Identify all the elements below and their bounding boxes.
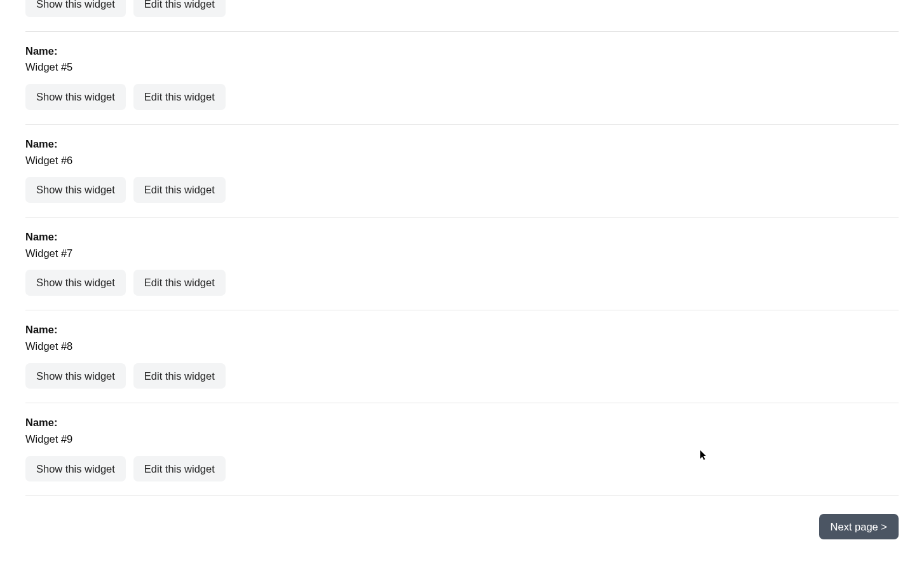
show-widget-button[interactable]: Show this widget bbox=[25, 0, 126, 17]
widget-item: Name: Show this widget Edit this widget bbox=[25, 0, 899, 32]
widget-item: Name: Widget #7 Show this widget Edit th… bbox=[25, 218, 899, 310]
widget-item: Name: Widget #5 Show this widget Edit th… bbox=[25, 32, 899, 125]
name-value: Widget #5 bbox=[25, 59, 899, 75]
edit-widget-button[interactable]: Edit this widget bbox=[133, 363, 226, 389]
show-widget-button[interactable]: Show this widget bbox=[25, 84, 126, 110]
edit-widget-button[interactable]: Edit this widget bbox=[133, 84, 226, 110]
name-label: Name: bbox=[25, 229, 899, 245]
widget-actions: Show this widget Edit this widget bbox=[25, 270, 899, 296]
widget-list-container: Name: Show this widget Edit this widget … bbox=[0, 0, 924, 561]
edit-widget-button[interactable]: Edit this widget bbox=[133, 456, 226, 482]
pagination: Next page > bbox=[25, 496, 899, 546]
name-label: Name: bbox=[25, 415, 899, 431]
edit-widget-button[interactable]: Edit this widget bbox=[133, 177, 226, 203]
name-value: Widget #8 bbox=[25, 338, 899, 354]
show-widget-button[interactable]: Show this widget bbox=[25, 363, 126, 389]
show-widget-button[interactable]: Show this widget bbox=[25, 270, 126, 296]
show-widget-button[interactable]: Show this widget bbox=[25, 456, 126, 482]
widget-item: Name: Widget #6 Show this widget Edit th… bbox=[25, 125, 899, 218]
show-widget-button[interactable]: Show this widget bbox=[25, 177, 126, 203]
name-value: Widget #6 bbox=[25, 153, 899, 169]
widget-actions: Show this widget Edit this widget bbox=[25, 456, 899, 482]
edit-widget-button[interactable]: Edit this widget bbox=[133, 270, 226, 296]
name-value: Widget #9 bbox=[25, 431, 899, 447]
next-page-button[interactable]: Next page > bbox=[819, 514, 899, 539]
widget-item: Name: Widget #8 Show this widget Edit th… bbox=[25, 310, 899, 403]
widget-item: Name: Widget #9 Show this widget Edit th… bbox=[25, 403, 899, 496]
widget-actions: Show this widget Edit this widget bbox=[25, 363, 899, 389]
widget-actions: Show this widget Edit this widget bbox=[25, 0, 899, 17]
name-label: Name: bbox=[25, 136, 899, 152]
name-value: Widget #7 bbox=[25, 246, 899, 261]
name-label: Name: bbox=[25, 322, 899, 338]
edit-widget-button[interactable]: Edit this widget bbox=[133, 0, 226, 17]
widget-actions: Show this widget Edit this widget bbox=[25, 84, 899, 110]
name-label: Name: bbox=[25, 43, 899, 59]
widget-actions: Show this widget Edit this widget bbox=[25, 177, 899, 203]
